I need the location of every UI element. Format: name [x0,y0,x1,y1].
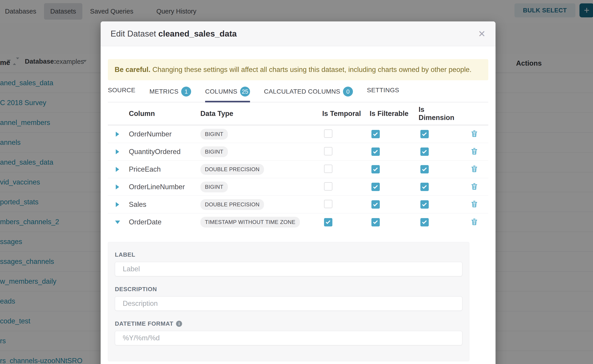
is-dimension-checkbox[interactable] [420,218,429,227]
data-type-cell: BIGINT [198,129,320,140]
column-name: OrderDate [127,218,198,226]
check-icon [326,220,330,224]
datetime-format-label-text: DATETIME FORMAT [115,320,173,327]
is-dimension-checkbox[interactable] [420,148,429,156]
column-name: OrderLineNumber [127,183,198,191]
delete-column-trash-icon[interactable] [471,200,478,209]
tab-label: METRICS [149,88,178,95]
warning-text: Changing these settings will affect all … [152,66,472,74]
tab-settings[interactable]: SETTINGS [367,87,399,102]
column-name: PriceEach [127,165,198,173]
delete-column-trash-icon[interactable] [471,130,478,138]
expand-cell [108,184,127,189]
is-dimension-cell [417,130,460,138]
column-row-PriceEach: PriceEachDOUBLE PRECISION [108,161,488,178]
expand-caret-icon[interactable] [116,149,119,154]
modal-body: Be careful. Changing these settings will… [101,59,495,361]
description-field-label: DESCRIPTION [115,286,462,293]
is-temporal-checkbox[interactable] [324,130,332,138]
tab-inner: SETTINGS [367,87,399,94]
is-dimension-checkbox[interactable] [420,165,429,173]
check-icon [373,220,378,224]
delete-column-trash-icon[interactable] [471,218,478,227]
check-icon [422,166,427,171]
column-name: QuantityOrdered [127,148,198,156]
info-icon[interactable]: i [176,321,182,327]
tab-label: SOURCE [108,87,135,94]
is-dimension-cell [417,200,460,209]
row-actions-cell [460,218,488,227]
check-icon [373,131,378,136]
is-filterable-cell [368,165,417,173]
is-temporal-cell [320,200,368,209]
column-row-OrderDate: OrderDateTIMESTAMP WITHOUT TIME ZONE [108,213,488,231]
label-field-label: LABEL [115,251,462,258]
is-temporal-checkbox[interactable] [324,147,332,155]
column-row-OrderNumber: OrderNumberBIGINT [108,125,488,143]
column-row-OrderLineNumber: OrderLineNumberBIGINT [108,178,488,196]
expand-cell [108,167,127,172]
is-temporal-checkbox[interactable] [324,182,332,191]
column-name: Sales [127,201,198,209]
is-filterable-checkbox[interactable] [371,200,380,209]
warning-bold-text: Be careful. [115,66,151,74]
expand-caret-icon[interactable] [116,132,119,137]
label-input[interactable] [115,262,462,276]
check-icon [373,202,378,206]
check-icon [373,166,378,171]
expand-caret-icon[interactable] [116,184,119,189]
is-filterable-checkbox[interactable] [371,130,380,138]
is-filterable-header: Is Filterable [368,110,417,118]
tab-calculated-columns[interactable]: CALCULATED COLUMNS0 [264,87,353,102]
is-dimension-checkbox[interactable] [420,130,429,138]
is-filterable-checkbox[interactable] [371,165,380,173]
datetime-format-input[interactable] [115,331,462,345]
is-dimension-cell [417,218,460,227]
description-input[interactable] [115,296,462,311]
expand-caret-icon[interactable] [116,167,119,172]
is-dimension-cell [417,148,460,156]
is-filterable-cell [368,218,417,227]
is-dimension-cell [417,165,460,173]
is-temporal-cell [320,165,368,174]
delete-column-trash-icon[interactable] [471,183,478,191]
is-temporal-checkbox[interactable] [324,218,332,227]
is-dimension-checkbox[interactable] [420,183,429,191]
tab-columns[interactable]: COLUMNS25 [205,87,250,102]
column-row-Sales: SalesDOUBLE PRECISION [108,196,488,213]
column-name: OrderNumber [127,130,198,138]
row-actions-cell [460,200,488,209]
close-icon[interactable]: ✕ [478,29,486,38]
check-icon [422,149,427,154]
tab-label: SETTINGS [367,87,399,94]
expand-caret-icon[interactable] [116,202,119,207]
collapse-caret-icon[interactable] [115,221,120,224]
tab-count-badge: 0 [343,87,353,97]
datetime-format-field-label: DATETIME FORMAT i [115,320,462,327]
check-icon [422,131,427,136]
warning-banner: Be careful. Changing these settings will… [108,59,488,80]
is-filterable-checkbox[interactable] [371,218,380,227]
check-icon [422,220,427,224]
delete-column-trash-icon[interactable] [471,165,478,173]
tab-metrics[interactable]: METRICS1 [149,87,191,102]
columns-table-header: Column Data Type Is Temporal Is Filterab… [108,102,488,125]
is-dimension-checkbox[interactable] [420,200,429,209]
data-type-pill: BIGINT [200,129,228,140]
column-detail-panel: LABEL DESCRIPTION DATETIME FORMAT i [108,242,469,361]
data-type-cell: TIMESTAMP WITHOUT TIME ZONE [198,217,320,228]
is-filterable-checkbox[interactable] [371,148,380,156]
tab-source[interactable]: SOURCE [108,87,135,102]
tab-inner: CALCULATED COLUMNS0 [264,87,353,97]
data-type-cell: DOUBLE PRECISION [198,164,320,175]
is-temporal-cell [320,147,368,156]
is-temporal-checkbox[interactable] [324,165,332,173]
column-row-QuantityOrdered: QuantityOrderedBIGINT [108,143,488,161]
is-filterable-checkbox[interactable] [371,183,380,191]
is-temporal-checkbox[interactable] [324,200,332,208]
is-temporal-cell [320,182,368,191]
data-type-pill: BIGINT [200,146,228,157]
row-actions-cell [460,130,488,138]
delete-column-trash-icon[interactable] [471,148,478,156]
tab-inner: SOURCE [108,87,135,94]
